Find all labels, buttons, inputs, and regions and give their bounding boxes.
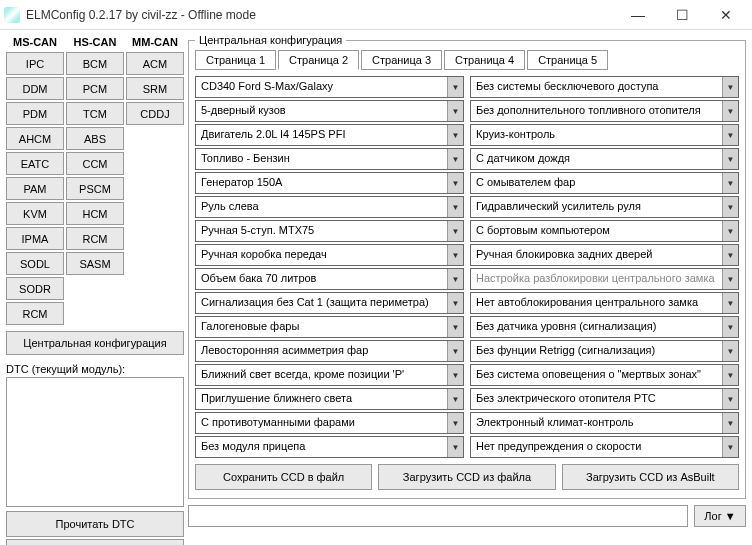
- combo-right-7[interactable]: Ручная блокировка задних дверей▼: [470, 244, 739, 266]
- combo-left-10[interactable]: Галогеновые фары▼: [195, 316, 464, 338]
- maximize-button[interactable]: ☐: [660, 1, 704, 29]
- combo-right-2[interactable]: Круиз-контроль▼: [470, 124, 739, 146]
- chevron-down-icon: ▼: [722, 221, 738, 241]
- mmcan-btn-cddj[interactable]: CDDJ: [126, 102, 184, 125]
- chevron-down-icon: ▼: [722, 197, 738, 217]
- minimize-button[interactable]: —: [616, 1, 660, 29]
- mscan-btn-eatc[interactable]: EATC: [6, 152, 64, 175]
- hscan-btn-pscm[interactable]: PSCM: [66, 177, 124, 200]
- mmcan-btn-acm[interactable]: ACM: [126, 52, 184, 75]
- combo-right-6[interactable]: С бортовым компьютером▼: [470, 220, 739, 242]
- mscan-btn-rcm[interactable]: RCM: [6, 302, 64, 325]
- chevron-down-icon: ▼: [722, 125, 738, 145]
- close-button[interactable]: ✕: [704, 1, 748, 29]
- combo-right-0[interactable]: Без системы бесключевого доступа▼: [470, 76, 739, 98]
- log-field[interactable]: [188, 505, 688, 527]
- hscan-btn-bcm[interactable]: BCM: [66, 52, 124, 75]
- read-dtc-button[interactable]: Прочитать DTC: [6, 511, 184, 537]
- combo-right-13[interactable]: Без электрического отопителя PTC▼: [470, 388, 739, 410]
- chevron-down-icon: ▼: [722, 389, 738, 409]
- combo-left-12[interactable]: Ближний свет всегда, кроме позиции 'P'▼: [195, 364, 464, 386]
- hscan-btn-abs[interactable]: ABS: [66, 127, 124, 150]
- combo-right-5[interactable]: Гидравлический усилитель руля▼: [470, 196, 739, 218]
- mscan-btn-ahcm[interactable]: AHCM: [6, 127, 64, 150]
- combo-right-11[interactable]: Без фунции Retrigg (сигнализация)▼: [470, 340, 739, 362]
- combo-left-2[interactable]: Двигатель 2.0L I4 145PS PFI▼: [195, 124, 464, 146]
- hscan-btn-pcm[interactable]: PCM: [66, 77, 124, 100]
- chevron-down-icon: ▼: [447, 173, 463, 193]
- combo-value: Ручная коробка передач: [196, 245, 447, 265]
- combo-value: Без дополнительного топливного отопителя: [471, 101, 722, 121]
- combo-left-3[interactable]: Топливо - Бензин▼: [195, 148, 464, 170]
- hscan-btn-sasm[interactable]: SASM: [66, 252, 124, 275]
- hscan-header: HS-CAN: [66, 34, 124, 52]
- save-ccd-button[interactable]: Сохранить CCD в файл: [195, 464, 372, 490]
- combo-value: Топливо - Бензин: [196, 149, 447, 169]
- chevron-down-icon: ▼: [722, 293, 738, 313]
- combo-left-9[interactable]: Сигнализация без Cat 1 (защита периметра…: [195, 292, 464, 314]
- load-ccd-asbuilt-button[interactable]: Загрузить CCD из AsBuilt: [562, 464, 739, 490]
- combo-right-4[interactable]: С омывателем фар▼: [470, 172, 739, 194]
- combo-left-14[interactable]: С противотуманными фарами▼: [195, 412, 464, 434]
- chevron-down-icon: ▼: [722, 77, 738, 97]
- hscan-btn-rcm[interactable]: RCM: [66, 227, 124, 250]
- mmcan-column: MM-CAN ACMSRMCDDJ: [126, 34, 184, 327]
- mscan-btn-sodl[interactable]: SODL: [6, 252, 64, 275]
- tab-page-3[interactable]: Страница 3: [361, 50, 442, 70]
- central-config-button[interactable]: Центральная конфигурация: [6, 331, 184, 355]
- config-rows: CD340 Ford S-Max/Galaxy▼Без системы беск…: [195, 76, 739, 458]
- mscan-btn-pdm[interactable]: PDM: [6, 102, 64, 125]
- mscan-btn-ipma[interactable]: IPMA: [6, 227, 64, 250]
- tab-page-1[interactable]: Страница 1: [195, 50, 276, 70]
- mscan-btn-ddm[interactable]: DDM: [6, 77, 64, 100]
- combo-left-0[interactable]: CD340 Ford S-Max/Galaxy▼: [195, 76, 464, 98]
- dtc-listbox[interactable]: [6, 377, 184, 507]
- mmcan-btn-srm[interactable]: SRM: [126, 77, 184, 100]
- chevron-down-icon: ▼: [447, 221, 463, 241]
- combo-left-6[interactable]: Ручная 5-ступ. MTX75▼: [195, 220, 464, 242]
- combo-left-8[interactable]: Объем бака 70 литров▼: [195, 268, 464, 290]
- combo-left-7[interactable]: Ручная коробка передач▼: [195, 244, 464, 266]
- tab-page-5[interactable]: Страница 5: [527, 50, 608, 70]
- load-ccd-file-button[interactable]: Загрузить CCD из файла: [378, 464, 555, 490]
- combo-value: Без системы бесключевого доступа: [471, 77, 722, 97]
- combo-left-13[interactable]: Приглушение ближнего света▼: [195, 388, 464, 410]
- tab-page-2[interactable]: Страница 2: [278, 50, 359, 70]
- combo-value: Круиз-контроль: [471, 125, 722, 145]
- hscan-btn-hcm[interactable]: HCM: [66, 202, 124, 225]
- combo-right-3[interactable]: С датчиком дождя▼: [470, 148, 739, 170]
- clear-dtc-button[interactable]: Сбросить DTC: [6, 539, 184, 545]
- tab-page-4[interactable]: Страница 4: [444, 50, 525, 70]
- mscan-btn-sodr[interactable]: SODR: [6, 277, 64, 300]
- hscan-btn-ccm[interactable]: CCM: [66, 152, 124, 175]
- combo-right-1[interactable]: Без дополнительного топливного отопителя…: [470, 100, 739, 122]
- mscan-btn-ipc[interactable]: IPC: [6, 52, 64, 75]
- combo-right-14[interactable]: Электронный климат-контроль▼: [470, 412, 739, 434]
- combo-right-9[interactable]: Нет автоблокирования центрального замка▼: [470, 292, 739, 314]
- combo-right-15[interactable]: Нет предупреждения о скорости▼: [470, 436, 739, 458]
- combo-left-4[interactable]: Генератор 150А▼: [195, 172, 464, 194]
- combo-right-10[interactable]: Без датчика уровня (сигнализация)▼: [470, 316, 739, 338]
- mscan-btn-kvm[interactable]: KVM: [6, 202, 64, 225]
- combo-left-1[interactable]: 5-дверный кузов▼: [195, 100, 464, 122]
- mscan-column: MS-CAN IPCDDMPDMAHCMEATCPAMKVMIPMASODLSO…: [6, 34, 64, 327]
- combo-left-15[interactable]: Без модуля прицепа▼: [195, 436, 464, 458]
- combo-left-5[interactable]: Руль слева▼: [195, 196, 464, 218]
- chevron-down-icon: ▼: [447, 341, 463, 361]
- combo-value: Руль слева: [196, 197, 447, 217]
- chevron-down-icon: ▼: [447, 413, 463, 433]
- combo-value: Без датчика уровня (сигнализация): [471, 317, 722, 337]
- combo-left-11[interactable]: Левосторонняя асимметрия фар▼: [195, 340, 464, 362]
- mscan-btn-pam[interactable]: PAM: [6, 177, 64, 200]
- chevron-down-icon: ▼: [722, 437, 738, 457]
- chevron-down-icon: ▼: [447, 149, 463, 169]
- chevron-down-icon: ▼: [722, 245, 738, 265]
- hscan-btn-tcm[interactable]: TCM: [66, 102, 124, 125]
- combo-value: Двигатель 2.0L I4 145PS PFI: [196, 125, 447, 145]
- combo-value: Левосторонняя асимметрия фар: [196, 341, 447, 361]
- combo-value: С противотуманными фарами: [196, 413, 447, 433]
- chevron-down-icon: ▼: [722, 269, 738, 289]
- log-button[interactable]: Лог ▼: [694, 505, 746, 527]
- combo-right-12[interactable]: Без система оповещения о "мертвых зонах"…: [470, 364, 739, 386]
- combo-value: Настройка разблокировки центрального зам…: [471, 269, 722, 289]
